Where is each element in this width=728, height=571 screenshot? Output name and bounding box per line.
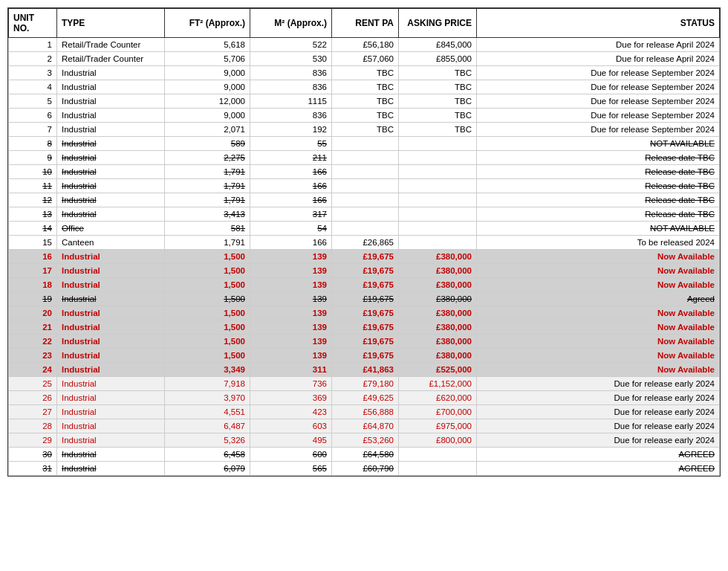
table-row: 18Industrial1,500139£19,675£380,000Now A… — [9, 278, 720, 292]
table-row: 13Industrial3,413317Release date TBC — [9, 207, 720, 222]
data-cell: 8 — [9, 137, 57, 151]
data-cell: 26 — [9, 391, 57, 405]
data-cell: 6,079 — [165, 462, 250, 476]
data-cell: 317 — [250, 207, 332, 222]
data-cell: £19,675 — [332, 250, 399, 264]
table-row: 14Office58154NOT AVAILABLE — [9, 222, 720, 236]
data-cell: Industrial — [57, 320, 165, 335]
table-row: 25Industrial7,918736£79,180£1,152,000Due… — [9, 377, 720, 391]
data-cell: 166 — [250, 193, 332, 207]
data-cell: Industrial — [57, 363, 165, 377]
data-cell: 581 — [165, 222, 250, 236]
table-row: 8Industrial58955NOT AVAILABLE — [9, 137, 720, 151]
table-row: 17Industrial1,500139£19,675£380,000Now A… — [9, 264, 720, 278]
data-cell: 15 — [9, 236, 57, 250]
table-row: 23Industrial1,500139£19,675£380,000Now A… — [9, 349, 720, 363]
data-cell: 166 — [250, 179, 332, 193]
data-cell: TBC — [332, 80, 399, 94]
data-cell: £380,000 — [399, 320, 477, 335]
data-cell: Industrial — [57, 207, 165, 222]
data-cell: 1,500 — [165, 320, 250, 335]
data-cell: Industrial — [57, 137, 165, 151]
data-cell: 565 — [250, 462, 332, 476]
status-cell: Release date TBC — [477, 193, 720, 207]
status-cell: Now Available — [477, 363, 720, 377]
data-cell: £845,000 — [399, 38, 477, 52]
data-cell: 530 — [250, 52, 332, 66]
data-cell: £380,000 — [399, 278, 477, 292]
data-cell: £700,000 — [399, 405, 477, 419]
data-cell — [332, 137, 399, 151]
table-row: 20Industrial1,500139£19,675£380,000Now A… — [9, 306, 720, 320]
data-cell: 2,275 — [165, 151, 250, 165]
data-cell: 1,500 — [165, 292, 250, 306]
status-cell: AGREED — [477, 462, 720, 476]
data-cell: Industrial — [57, 448, 165, 462]
data-cell: Industrial — [57, 405, 165, 419]
data-cell: 17 — [9, 264, 57, 278]
data-cell: Industrial — [57, 123, 165, 137]
data-cell: 1 — [9, 38, 57, 52]
table-row: 19Industrial1,500139£19,675£380,000Agree… — [9, 292, 720, 306]
data-cell: 139 — [250, 320, 332, 335]
status-cell: Release date TBC — [477, 165, 720, 179]
data-cell: 423 — [250, 405, 332, 419]
data-cell: 7 — [9, 123, 57, 137]
data-cell — [332, 222, 399, 236]
data-cell: £19,675 — [332, 278, 399, 292]
data-cell: TBC — [399, 80, 477, 94]
data-cell: 603 — [250, 419, 332, 433]
data-cell — [399, 179, 477, 193]
data-cell: 4 — [9, 80, 57, 94]
data-cell: £26,865 — [332, 236, 399, 250]
data-cell: 5 — [9, 94, 57, 109]
data-cell: 28 — [9, 419, 57, 433]
data-cell: 1115 — [250, 94, 332, 109]
data-cell — [399, 165, 477, 179]
status-cell: Due for release early 2024 — [477, 419, 720, 433]
data-cell: 1,791 — [165, 236, 250, 250]
data-cell: 1,500 — [165, 306, 250, 320]
data-cell: 5,618 — [165, 38, 250, 52]
table-row: 1Retail/Trade Counter5,618522£56,180£845… — [9, 38, 720, 52]
data-cell: Office — [57, 222, 165, 236]
status-cell: Now Available — [477, 349, 720, 363]
data-cell: 139 — [250, 335, 332, 349]
data-cell: 311 — [250, 363, 332, 377]
data-cell: 16 — [9, 250, 57, 264]
data-cell: £64,580 — [332, 448, 399, 462]
data-cell: £19,675 — [332, 335, 399, 349]
data-cell: 3,349 — [165, 363, 250, 377]
status-cell: NOT AVAILABLE — [477, 137, 720, 151]
col-m2: M² (Approx.) — [250, 9, 332, 38]
data-cell — [332, 179, 399, 193]
data-cell: 1,791 — [165, 165, 250, 179]
status-cell: Now Available — [477, 306, 720, 320]
table-row: 2Retail/Trader Counter5,706530£57,060£85… — [9, 52, 720, 66]
data-cell: 3,413 — [165, 207, 250, 222]
table-row: 5Industrial12,0001115TBCTBCDue for relea… — [9, 94, 720, 109]
data-cell: £855,000 — [399, 52, 477, 66]
data-cell: £380,000 — [399, 306, 477, 320]
data-cell: 1,791 — [165, 193, 250, 207]
table-row: 16Industrial1,500139£19,675£380,000Now A… — [9, 250, 720, 264]
data-cell: £19,675 — [332, 320, 399, 335]
data-cell: £1,152,000 — [399, 377, 477, 391]
data-cell: TBC — [399, 109, 477, 123]
data-cell: Industrial — [57, 278, 165, 292]
data-cell: 836 — [250, 80, 332, 94]
data-cell: TBC — [399, 66, 477, 80]
data-cell: 495 — [250, 433, 332, 448]
data-cell: £380,000 — [399, 335, 477, 349]
data-cell: £56,180 — [332, 38, 399, 52]
data-cell: 369 — [250, 391, 332, 405]
data-cell: Industrial — [57, 433, 165, 448]
data-cell: 31 — [9, 462, 57, 476]
status-cell: Due for release September 2024 — [477, 109, 720, 123]
data-cell — [332, 207, 399, 222]
data-cell: Canteen — [57, 236, 165, 250]
data-cell: £525,000 — [399, 363, 477, 377]
data-cell: 589 — [165, 137, 250, 151]
data-cell: 9,000 — [165, 109, 250, 123]
data-cell: Industrial — [57, 292, 165, 306]
